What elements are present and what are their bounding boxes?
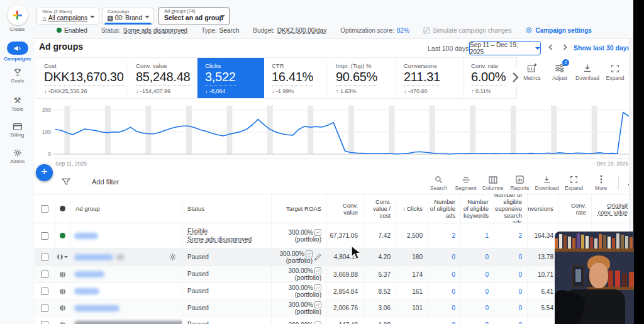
status-cell[interactable]: Paused (182, 300, 272, 316)
status-dot-enabled[interactable] (60, 233, 65, 238)
campaign-settings-button[interactable]: Campaign settings (525, 26, 591, 34)
target-roas-cell[interactable]: 300.00% (portfolio) (272, 249, 327, 265)
cell-elig_ads[interactable]: 0 (428, 283, 461, 299)
ad-group-name-redacted[interactable] (74, 288, 99, 294)
ad-group-name-redacted[interactable] (74, 271, 104, 277)
scorecard-clicks[interactable]: Clicks 3,522 ↓ -8,064 (197, 58, 264, 98)
col-conv-value-cost[interactable]: Conv. value / cost (364, 194, 396, 223)
download-table-button[interactable]: Download (533, 174, 560, 191)
target-roas-cell[interactable]: 300.00% (portfolio) (272, 266, 327, 282)
sidebar-item-goals[interactable]: Goals (0, 68, 35, 84)
row-checkbox[interactable] (41, 232, 48, 240)
table-row[interactable]: Paused300.00% (portfolio)4,804.114.20180… (35, 249, 633, 266)
cell-elig_kw[interactable]: 0 (461, 300, 494, 316)
target-roas-cell[interactable]: 300.00% (portfolio) (272, 300, 327, 316)
ad-group-dropdown[interactable]: Ad groups (74) Select an ad group (158, 7, 230, 25)
col-ad-group[interactable]: Ad group (70, 194, 182, 223)
row-checkbox[interactable] (41, 304, 48, 312)
ad-group-gear-button[interactable] (169, 253, 177, 261)
search-button[interactable]: Search (425, 174, 452, 191)
cell-elig_kw[interactable]: 0 (461, 283, 494, 299)
status-cell[interactable]: Paused (182, 249, 272, 265)
scorecard-conv-value[interactable]: Conv. value 85,248.48 ↓ -154,407.99 (128, 58, 197, 98)
target-roas-cell[interactable]: 300.00% (portfolio) (272, 223, 327, 248)
scorecard-conversions[interactable]: Conversions 211.31 ↓ -470.60 (396, 58, 464, 98)
table-row[interactable]: Paused300.00% (portfolio)3,669.885.37174… (35, 266, 633, 283)
adjust-button[interactable]: 2 Adjust (546, 62, 574, 81)
status-dot-paused[interactable] (57, 254, 63, 260)
ad-group-name-redacted[interactable] (74, 305, 119, 311)
segment-button[interactable]: Segment (452, 174, 479, 191)
col-status[interactable]: Status (182, 194, 272, 223)
status-field[interactable]: Status:Some ads disapproved (101, 27, 187, 34)
status-cell[interactable]: Paused (182, 316, 272, 324)
columns-button[interactable]: Columns (479, 174, 506, 191)
status-cell[interactable]: EligibleSome ads disapproved (182, 223, 272, 248)
prev-period-button[interactable] (546, 42, 556, 52)
sidebar-item-create[interactable]: Create (0, 5, 35, 32)
scorecard-ctr[interactable]: CTR 16.41% ↓ -1.99% (264, 58, 328, 98)
view-filter-dropdown[interactable]: View (2 filters) ⌂All campaigns (36, 8, 99, 25)
show-last-30-days-link[interactable]: Show last 30 days (574, 44, 630, 52)
col-target-roas[interactable]: Target ROAS (272, 194, 327, 223)
ad-group-name-redacted[interactable] (74, 233, 98, 239)
ad-group-name-redacted[interactable] (74, 321, 182, 324)
more-metrics-chevron[interactable] (507, 68, 523, 87)
expand-chart-button[interactable]: Expand (601, 62, 629, 81)
cell-elig_rsa[interactable]: 0 (494, 283, 528, 299)
cell-elig_kw[interactable]: 0 (461, 249, 494, 265)
col-conv-value[interactable]: Conv. value (327, 194, 364, 223)
row-checkbox[interactable] (41, 271, 48, 278)
sidebar-item-tools[interactable]: ⚒ Tools (0, 96, 35, 112)
cell-elig_kw[interactable]: 0 (461, 266, 494, 282)
row-checkbox[interactable] (41, 321, 48, 324)
row-checkbox[interactable] (41, 254, 48, 261)
table-row[interactable]: Paused300.00% (portfolio)2,006.763.06101… (35, 300, 633, 316)
cell-elig_ads[interactable]: 0 (428, 300, 461, 316)
sidebar-item-billing[interactable]: Billing (0, 122, 35, 138)
col-clicks-sorted[interactable]: ↓Clicks (396, 194, 428, 223)
status-dot-paused[interactable] (60, 322, 65, 324)
cell-elig_rsa[interactable]: 0 (494, 266, 528, 282)
budget-field[interactable]: Budget:DKK2,500.00/day (253, 27, 326, 34)
col-eligible-rsa[interactable]: Number of eligible responsive search ads (494, 194, 528, 223)
campaign-dropdown[interactable]: Campaign 00: Brand (102, 8, 154, 25)
table-row[interactable]: EligibleSome ads disapproved300.00% (por… (35, 223, 633, 249)
select-all-checkbox[interactable] (41, 205, 48, 213)
status-dot-paused[interactable] (60, 289, 65, 294)
scorecard-impr-top-[interactable]: Impr. (Top) % 90.65% ↑ 1.63% (328, 58, 396, 98)
date-range-picker[interactable]: Sep 11 – Dec 19, 2025 (469, 41, 541, 55)
scorecard-cost[interactable]: Cost DKK13,670.30 ↓ -DKK25,336.26 (36, 58, 128, 98)
cell-elig_rsa[interactable]: 0 (494, 300, 528, 316)
cell-elig_ads[interactable]: 0 (428, 249, 461, 265)
cell-elig_ads[interactable]: 0 (428, 266, 461, 282)
add-filter-bar[interactable]: Add filter (62, 178, 119, 186)
col-conv-rate[interactable]: Conv. rate (559, 194, 592, 223)
sidebar-item-admin[interactable]: Admin (0, 148, 35, 164)
target-roas-cell[interactable]: 300.00% (272, 316, 327, 324)
target-roas-cell[interactable]: 300.00% (portfolio) (272, 283, 327, 299)
cell-elig_rsa[interactable]: 0 (494, 249, 528, 265)
table-row[interactable]: Paused300.00% (portfolio)2,854.848.52161… (35, 283, 633, 300)
more-button[interactable]: More (587, 174, 614, 191)
reports-button[interactable]: Reports (506, 174, 533, 191)
optimization-score[interactable]: Optimization score:82% (340, 27, 409, 34)
cell-elig_kw[interactable]: 0 (461, 316, 494, 324)
ad-group-name-redacted[interactable] (74, 254, 113, 260)
status-circle-filter-icon[interactable] (60, 206, 65, 211)
col-original-conv-value[interactable]: Original conv. value (592, 194, 633, 223)
enabled-status[interactable]: Enabled (57, 27, 87, 34)
cell-elig_kw[interactable]: 1 (461, 223, 494, 248)
add-fab-button[interactable]: + (36, 164, 53, 181)
expand-table-button[interactable]: Expand (560, 174, 587, 191)
status-dot-paused[interactable] (60, 305, 65, 311)
status-cell[interactable]: Paused (182, 283, 272, 299)
status-dot-paused[interactable] (60, 272, 65, 277)
edit-roas-button[interactable] (314, 254, 321, 260)
cell-elig_rsa[interactable]: 2 (494, 223, 528, 248)
download-chart-button[interactable]: Download (574, 62, 601, 81)
next-period-button[interactable] (560, 42, 570, 52)
cell-elig_ads[interactable]: 2 (428, 223, 461, 248)
row-checkbox[interactable] (41, 288, 48, 295)
col-eligible-keywords[interactable]: Number of eligible keywords (461, 194, 494, 223)
